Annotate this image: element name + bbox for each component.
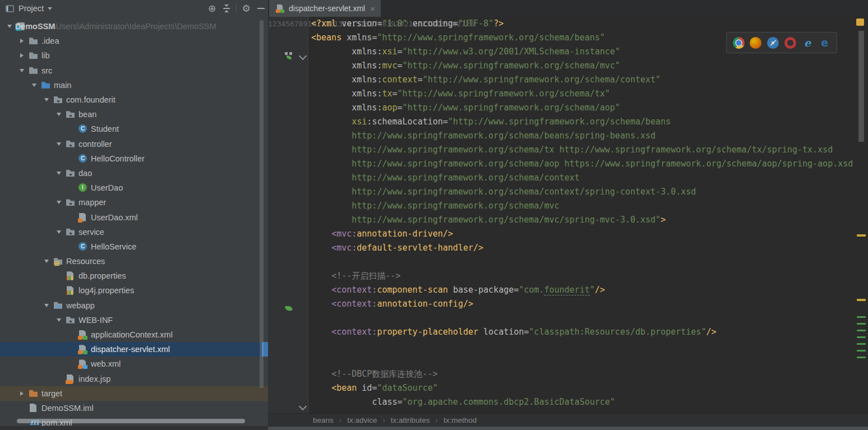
fold-icon[interactable] — [299, 52, 307, 60]
code-line-10[interactable]: http://www.springframework.org/schema/tx… — [311, 145, 853, 159]
tree-item-mapper[interactable]: mapper — [0, 195, 268, 210]
stripe-mark[interactable] — [857, 299, 866, 301]
tree-item-UserDao[interactable]: UserDao — [0, 181, 268, 195]
code-line-16[interactable]: <mvc:annotation-driven/> — [311, 229, 853, 243]
tree-item-controller[interactable]: controller — [0, 137, 268, 151]
code-line-9[interactable]: http://www.springframework.org/schema/be… — [311, 131, 853, 145]
code-line-12[interactable]: http://www.springframework.org/schema/co… — [311, 173, 853, 187]
code-line-14[interactable]: http://www.springframework.org/schema/mv… — [311, 201, 853, 215]
fold-icon[interactable] — [299, 403, 307, 410]
chevron-down-icon[interactable] — [44, 260, 49, 263]
chevron-down-icon[interactable] — [7, 25, 12, 28]
tree-vertical-scrollbar[interactable] — [260, 20, 264, 388]
tree-item-WEB-INF[interactable]: WEB-INF — [0, 313, 268, 327]
breadcrumb-item-tx:method[interactable]: tx:method — [444, 416, 477, 424]
stripe-mark[interactable] — [857, 336, 866, 338]
tree-item-UserDao.xml[interactable]: UserDao.xml — [0, 210, 268, 224]
code-line-18[interactable] — [311, 257, 853, 271]
collapse-all-icon[interactable] — [219, 1, 234, 16]
code-line-6[interactable]: xmlns:tx="http://www.springframework.org… — [311, 89, 853, 103]
tree-item-dispatcher-servlet.xml[interactable]: dispatcher-servlet.xml — [0, 342, 268, 357]
chevron-down-icon[interactable] — [57, 318, 61, 322]
code-line-13[interactable]: http://www.springframework.org/schema/co… — [311, 187, 853, 201]
code-line-15[interactable]: http://www.springframework.org/schema/mv… — [311, 215, 853, 229]
chevron-down-icon[interactable] — [32, 84, 36, 87]
tree-item-HelloController[interactable]: HelloController — [0, 151, 268, 166]
close-tab-icon[interactable]: × — [370, 4, 375, 13]
code-line-17[interactable]: <mvc:default-servlet-handler/> — [311, 243, 853, 257]
stripe-mark[interactable] — [857, 357, 866, 358]
code-line-20[interactable]: <context:component-scan base-package="co… — [311, 285, 853, 299]
stripe-mark[interactable] — [857, 343, 866, 345]
tree-item-service[interactable]: service — [0, 225, 268, 239]
tree-item-.idea[interactable]: .idea — [0, 34, 268, 48]
code-line-5[interactable]: xmlns:context="http://www.springframewor… — [311, 75, 853, 89]
chevron-down-icon[interactable] — [44, 304, 49, 307]
chevron-right-icon[interactable] — [20, 39, 24, 43]
safari-browser-icon[interactable] — [767, 37, 779, 49]
tree-item-applicationContext.xml[interactable]: applicationContext.xml — [0, 327, 268, 342]
tree-item-target[interactable]: target — [0, 386, 268, 401]
code-line-22[interactable] — [311, 313, 853, 327]
tree-item-lib[interactable]: lib — [0, 48, 268, 63]
firefox-browser-icon[interactable] — [750, 37, 761, 49]
spring-beans-icon[interactable] — [285, 52, 293, 59]
tool-window-icon[interactable] — [6, 5, 14, 12]
code-line-8[interactable]: xsi:schemaLocation="http://www.springfra… — [311, 117, 853, 131]
chevron-down-icon[interactable] — [57, 172, 61, 175]
locate-file-icon[interactable]: ⊕ — [205, 1, 219, 16]
chevron-down-icon[interactable] — [57, 230, 61, 234]
breadcrumb-item-tx:attributes[interactable]: tx:attributes — [391, 416, 430, 424]
tree-item-Student[interactable]: Student — [0, 122, 268, 136]
chevron-down-icon[interactable] — [57, 113, 61, 116]
tree-item-index.jsp[interactable]: index.jsp — [0, 372, 268, 386]
stripe-mark[interactable] — [857, 323, 866, 325]
tree-item-DemoSSM[interactable]: DemoSSMC:\Users\Administrator\IdeaProjec… — [0, 19, 268, 34]
ie-browser-icon[interactable]: e — [801, 37, 813, 49]
tree-item-Resources[interactable]: Resources — [0, 254, 268, 269]
code-line-19[interactable]: <!--开启扫描--> — [311, 271, 853, 285]
code-line-1[interactable]: <?xml version="1.0" encoding="UTF-8"?> — [311, 19, 853, 33]
stripe-mark[interactable] — [857, 330, 866, 331]
tab-dispatcher-servlet-xml[interactable]: dispatcher-servlet.xml × — [269, 0, 381, 17]
tree-item-main[interactable]: main — [0, 78, 268, 93]
tree-item-dao[interactable]: dao — [0, 166, 268, 181]
stripe-mark[interactable] — [857, 234, 866, 237]
settings-gear-icon[interactable]: ⚙ — [239, 1, 253, 16]
code-line-28[interactable]: class="org.apache.commons.dbcp2.BasicDat… — [311, 397, 853, 411]
chevron-down-icon[interactable] — [57, 201, 61, 204]
breadcrumb-item-beans[interactable]: beans — [313, 416, 334, 424]
tree-item-web.xml[interactable]: web.xml — [0, 357, 268, 371]
spring-scan-icon[interactable] — [285, 305, 293, 312]
stripe-mark[interactable] — [857, 316, 866, 318]
chevron-down-icon[interactable] — [20, 69, 24, 72]
code-area[interactable]: <?xml version="1.0" encoding="UTF-8"?><b… — [311, 17, 853, 411]
inspection-indicator[interactable] — [856, 19, 864, 26]
code-line-21[interactable]: <context:annotation-config/> — [311, 299, 853, 313]
tree-item-log4j.properties[interactable]: log4j.properties — [0, 283, 268, 298]
code-line-23[interactable]: <context:property-placeholder location="… — [311, 327, 853, 341]
chevron-right-icon[interactable] — [20, 53, 24, 58]
code-line-27[interactable]: <bean id="dataSource" — [311, 383, 853, 397]
edge-browser-icon[interactable]: e — [819, 37, 830, 49]
chevron-down-icon[interactable] — [48, 7, 52, 10]
breadcrumb-item-tx:advice[interactable]: tx:advice — [347, 416, 377, 424]
tree-item-src[interactable]: src — [0, 63, 268, 78]
tree-item-bean[interactable]: bean — [0, 107, 268, 122]
stripe-mark[interactable] — [857, 350, 866, 352]
tree-horizontal-scrollbar[interactable] — [17, 419, 245, 423]
chevron-right-icon[interactable] — [20, 391, 24, 396]
code-line-25[interactable] — [311, 355, 853, 369]
opera-browser-icon[interactable] — [784, 37, 796, 49]
tree-item-DemoSSM.iml[interactable]: DemoSSM.iml — [0, 401, 268, 415]
tree-item-db.properties[interactable]: db.properties — [0, 269, 268, 283]
code-line-4[interactable]: xmlns:mvc="http://www.springframework.or… — [311, 61, 853, 75]
tree-item-webapp[interactable]: webapp — [0, 298, 268, 313]
tree-item-HelloService[interactable]: HelloService — [0, 239, 268, 254]
hide-panel-icon[interactable] — [253, 1, 268, 16]
code-line-11[interactable]: http://www.springframework.org/schema/ao… — [311, 159, 853, 173]
chrome-browser-icon[interactable] — [733, 37, 745, 49]
chevron-down-icon[interactable] — [57, 142, 61, 146]
panel-title[interactable]: Project — [19, 4, 44, 13]
code-line-26[interactable]: <!--DBCP数据库连接池--> — [311, 369, 853, 383]
